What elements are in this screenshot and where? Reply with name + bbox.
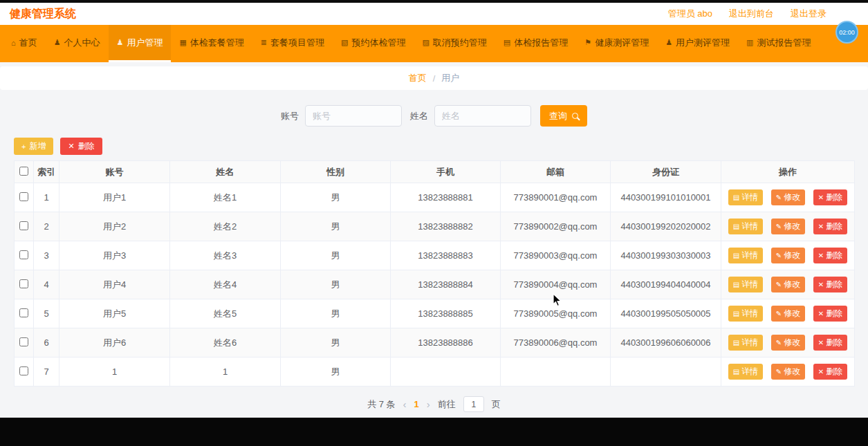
nav-item-exam-package-management[interactable]: ▦ 体检套餐管理 xyxy=(171,25,252,62)
users-icon: ♟ xyxy=(117,38,124,47)
delete-label: 删除 xyxy=(826,366,842,378)
calendar-icon: ▧ xyxy=(341,38,348,47)
nav-item-user-management[interactable]: ♟ 用户管理 xyxy=(109,25,172,62)
edit-label: 修改 xyxy=(784,308,800,319)
name-input[interactable] xyxy=(434,105,531,127)
detail-button[interactable]: ▤详情 xyxy=(728,277,763,292)
detail-button[interactable]: ▤详情 xyxy=(728,248,763,263)
name-label: 姓名 xyxy=(410,110,428,122)
admin-user-link[interactable]: 管理员 abo xyxy=(668,8,712,20)
row-checkbox[interactable] xyxy=(19,250,28,259)
logout-link[interactable]: 退出登录 xyxy=(791,8,827,20)
nav-item-cancel-appointment-management[interactable]: ▨ 取消预约管理 xyxy=(414,25,495,62)
report-icon: ▤ xyxy=(504,38,510,47)
breadcrumb-home[interactable]: 首页 xyxy=(409,72,427,84)
nav-item-package-item-management[interactable]: ≣ 套餐项目管理 xyxy=(252,25,333,62)
edit-button[interactable]: ✎修改 xyxy=(771,364,805,380)
row-checkbox[interactable] xyxy=(19,337,28,346)
cell-index: 2 xyxy=(34,212,59,241)
nav-label-cancel-appointment-management: 取消预约管理 xyxy=(433,37,487,49)
delete-button[interactable]: ✕删除 xyxy=(813,219,847,234)
detail-icon: ▤ xyxy=(733,339,739,346)
nav-item-test-report-management[interactable]: ▥ 测试报告管理 xyxy=(738,25,819,62)
detail-button[interactable]: ▤详情 xyxy=(728,189,763,205)
col-gender: 性别 xyxy=(281,161,391,183)
nav-item-user-assessment-management[interactable]: ♟ 用户测评管理 xyxy=(657,25,738,62)
cell-email: 773890001@qq.com xyxy=(501,183,611,212)
delete-button[interactable]: ✕删除 xyxy=(813,277,847,292)
row-checkbox[interactable] xyxy=(19,221,28,230)
cell-email: 773890005@qq.com xyxy=(501,299,611,328)
cell-name: 姓名3 xyxy=(170,241,281,270)
delete-icon: ✕ xyxy=(818,252,824,259)
nav-item-health-assessment-management[interactable]: ⚑ 健康测评管理 xyxy=(576,25,657,62)
delete-button[interactable]: ✕删除 xyxy=(813,189,847,205)
select-all-checkbox[interactable] xyxy=(19,167,28,176)
nav-item-appointment-management[interactable]: ▧ 预约体检管理 xyxy=(333,25,414,62)
user-table: 索引 账号 姓名 性别 手机 邮箱 身份证 操作 1 用户1 姓名1 男 138… xyxy=(14,160,855,387)
cell-actions: ▤详情 ✎修改 ✕删除 xyxy=(721,183,855,212)
delete-icon: ✕ xyxy=(818,368,824,375)
row-checkbox[interactable] xyxy=(19,308,28,317)
bulk-delete-button[interactable]: ✕ 删除 xyxy=(60,138,102,155)
edit-button[interactable]: ✎修改 xyxy=(771,248,805,263)
detail-button[interactable]: ▤详情 xyxy=(728,335,763,351)
cell-idcard: 440300199202020002 xyxy=(611,212,721,241)
cell-index: 7 xyxy=(34,357,59,387)
account-input[interactable] xyxy=(305,105,402,127)
row-checkbox[interactable] xyxy=(19,366,28,375)
cell-phone: 13823888882 xyxy=(391,212,501,241)
delete-label: 删除 xyxy=(826,279,842,290)
nav-item-home[interactable]: ⌂ 首页 xyxy=(3,25,46,62)
edit-button[interactable]: ✎修改 xyxy=(771,335,805,351)
edit-label: 修改 xyxy=(784,221,800,232)
col-idcard: 身份证 xyxy=(611,161,721,183)
nav-item-exam-report-management[interactable]: ▤ 体检报告管理 xyxy=(495,25,576,62)
toolbar: + 新增 ✕ 删除 xyxy=(14,138,868,155)
cell-email: 773890003@qq.com xyxy=(501,241,611,270)
next-page-button[interactable]: › xyxy=(427,398,430,410)
detail-label: 详情 xyxy=(741,366,758,378)
pagination: 共 7 条 ‹ 1 › 前往 页 xyxy=(0,396,868,412)
delete-button[interactable]: ✕删除 xyxy=(813,335,847,351)
nav-label-personal-center: 个人中心 xyxy=(64,37,100,49)
table-row: 1 用户1 姓名1 男 13823888881 773890001@qq.com… xyxy=(15,183,855,212)
goto-page-input[interactable] xyxy=(463,396,484,412)
page-number[interactable]: 1 xyxy=(414,399,419,409)
cell-actions: ▤详情 ✎修改 ✕删除 xyxy=(721,328,855,357)
edit-button[interactable]: ✎修改 xyxy=(771,277,805,292)
detail-icon: ▤ xyxy=(733,368,739,375)
edit-icon: ✎ xyxy=(776,223,782,230)
delete-button[interactable]: ✕删除 xyxy=(813,248,847,263)
edit-button[interactable]: ✎修改 xyxy=(771,306,805,322)
cell-actions: ▤详情 ✎修改 ✕删除 xyxy=(721,357,855,387)
detail-button[interactable]: ▤详情 xyxy=(728,219,763,234)
prev-page-button[interactable]: ‹ xyxy=(403,398,407,410)
cell-actions: ▤详情 ✎修改 ✕删除 xyxy=(721,241,855,270)
cell-email: 773890006@qq.com xyxy=(501,328,611,357)
cell-gender: 男 xyxy=(281,270,391,299)
col-actions: 操作 xyxy=(721,161,855,183)
delete-button[interactable]: ✕删除 xyxy=(813,306,847,322)
row-checkbox[interactable] xyxy=(19,192,28,201)
doc-icon: ▥ xyxy=(746,38,753,47)
home-icon: ⌂ xyxy=(11,39,16,47)
delete-button[interactable]: ✕删除 xyxy=(813,364,847,380)
cell-gender: 男 xyxy=(281,212,391,241)
search-button[interactable]: 查询 xyxy=(540,105,587,127)
edit-button[interactable]: ✎修改 xyxy=(771,189,805,205)
edit-button[interactable]: ✎修改 xyxy=(771,219,805,234)
nav-item-personal-center[interactable]: ♟ 个人中心 xyxy=(46,25,109,62)
exit-to-front-link[interactable]: 退出到前台 xyxy=(729,8,774,20)
detail-button[interactable]: ▤详情 xyxy=(728,364,763,380)
main-nav: ⌂ 首页 ♟ 个人中心 ♟ 用户管理 ▦ 体检套餐管理 ≣ 套餐项目管理 ▧ 预… xyxy=(0,25,868,62)
detail-button[interactable]: ▤详情 xyxy=(728,306,763,322)
edit-icon: ✎ xyxy=(776,368,782,375)
row-checkbox[interactable] xyxy=(19,279,28,288)
app-title: 健康管理系统 xyxy=(10,7,76,21)
detail-label: 详情 xyxy=(741,192,758,203)
cell-phone: 13823888881 xyxy=(391,183,501,212)
add-button[interactable]: + 新增 xyxy=(14,138,53,155)
table-row: 3 用户3 姓名3 男 13823888883 773890003@qq.com… xyxy=(15,241,855,270)
detail-icon: ▤ xyxy=(733,252,739,259)
